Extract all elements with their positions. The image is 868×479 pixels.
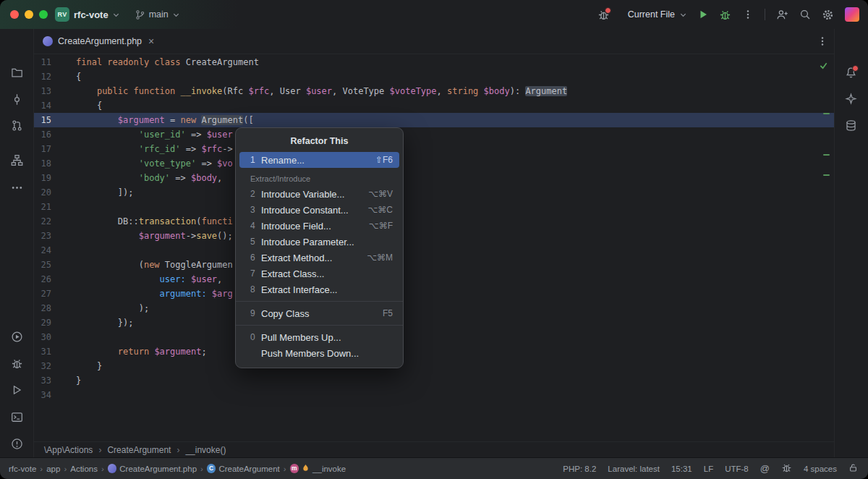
statusbar-path-item[interactable]: rfc-vote [9, 465, 36, 473]
code-line[interactable]: 19 'body' => $body, [34, 171, 834, 185]
menu-item-label: Pull Members Up... [261, 332, 341, 343]
settings-button[interactable] [822, 9, 834, 21]
code-line[interactable]: 22 DB::transaction(functi [34, 214, 834, 229]
minimize-window-button[interactable] [25, 10, 33, 19]
code-text: final readonly class CreateArgument [76, 55, 259, 69]
statusbar-widget-4-spaces[interactable]: 4 spaces [804, 465, 837, 473]
code-line[interactable]: 34 [34, 388, 834, 402]
code-line[interactable]: 29 }); [34, 315, 834, 330]
code-line[interactable]: 31 return $argument; [34, 344, 834, 359]
menu-item-rename[interactable]: 1Rename...⇧F6 [239, 152, 399, 168]
database-tool-button[interactable] [842, 116, 859, 134]
statusbar-widget-15-31[interactable]: 15:31 [671, 465, 692, 473]
menu-item-introduce-variable[interactable]: 2Introduce Variable...⌥⌘V [239, 186, 399, 202]
terminal-tool-button[interactable] [8, 408, 25, 425]
code-line[interactable]: 16 'user_id' => $user [34, 127, 834, 142]
code-line[interactable]: 32 } [34, 359, 834, 373]
project-avatar[interactable]: RV [55, 7, 69, 22]
statusbar-widget-lf[interactable]: LF [704, 465, 713, 473]
code-line[interactable]: 25 (new ToggleArgumen [34, 258, 834, 272]
pull-requests-tool-button[interactable] [8, 116, 25, 134]
close-window-button[interactable] [10, 10, 19, 19]
search-everywhere-button[interactable] [799, 9, 811, 20]
code-line[interactable]: 30 [34, 330, 834, 344]
debug-tool-button[interactable] [8, 355, 25, 372]
menu-item-introduce-constant[interactable]: 3Introduce Constant...⌥⌘C [239, 202, 399, 218]
breadcrumb-item[interactable]: CreateArgument [107, 445, 171, 455]
code-editor[interactable]: 11final readonly class CreateArgument12{… [34, 54, 834, 441]
tab-createargument-php[interactable]: CreateArgument.php × [34, 29, 161, 54]
statusbar-widget[interactable]: @ [760, 463, 770, 474]
menu-item-mnemonic: 3 [250, 205, 261, 215]
vcs-branch-widget[interactable]: main [135, 9, 180, 20]
statusbar-widget[interactable] [781, 462, 792, 475]
menu-item-copy-class[interactable]: 9Copy ClassF5 [239, 305, 399, 321]
statusbar-widget[interactable] [848, 463, 858, 474]
run-configuration-selector[interactable]: Current File [628, 9, 687, 20]
statusbar-widget-php-8-2[interactable]: PHP: 8.2 [563, 465, 596, 473]
code-line[interactable]: 28 ); [34, 301, 834, 315]
run-button[interactable] [698, 9, 708, 20]
structure-tool-button[interactable] [8, 151, 25, 169]
code-line[interactable]: 21 [34, 200, 834, 214]
code-line[interactable]: 13 public function __invoke(Rfc $rfc, Us… [34, 84, 834, 98]
commit-icon [11, 93, 23, 106]
inspections-ok-icon[interactable] [819, 60, 828, 73]
menu-item-extract-class[interactable]: 7Extract Class... [239, 266, 399, 281]
menu-item-introduce-field[interactable]: 4Introduce Field...⌥⌘F [239, 218, 399, 234]
debugger-notification-button[interactable] [597, 9, 610, 21]
zoom-window-button[interactable] [39, 10, 48, 19]
commit-tool-button[interactable] [8, 90, 25, 108]
more-actions-button[interactable] [742, 9, 754, 20]
code-text: $argument = new Argument([ [76, 113, 254, 127]
ai-assistant-tool-button[interactable] [842, 90, 859, 107]
code-line[interactable]: 14 { [34, 98, 834, 113]
menu-item-extract-interface[interactable]: 8Extract Interface... [239, 281, 399, 297]
code-line[interactable]: 27 argument: $arg [34, 287, 834, 301]
code-line[interactable]: 12{ [34, 69, 834, 84]
statusbar-path-item[interactable]: Actions [70, 465, 98, 473]
tab-options-button[interactable] [817, 35, 828, 47]
menu-item-introduce-parameter[interactable]: 5Introduce Parameter... [239, 234, 399, 250]
code-line[interactable]: 11final readonly class CreateArgument [34, 55, 834, 69]
menu-item-pull-members-up[interactable]: 0Pull Members Up... [239, 329, 399, 345]
statusbar-widget-utf-8[interactable]: UTF-8 [725, 465, 749, 473]
menu-item-extract-method[interactable]: 6Extract Method...⌥⌘M [239, 250, 399, 266]
code-line[interactable]: 33} [34, 373, 834, 388]
code-line[interactable]: 24 [34, 243, 834, 258]
code-with-me-button[interactable] [776, 9, 788, 21]
project-tool-button[interactable] [8, 64, 25, 81]
code-line[interactable]: 18 'vote_type' => $vo [34, 156, 834, 171]
vcs-change-stripe-mark [823, 174, 830, 176]
statusbar-path-item[interactable]: app [46, 465, 60, 473]
code-line[interactable]: 23 $argument->save(); [34, 229, 834, 243]
notifications-tool-button[interactable] [842, 64, 859, 81]
phpstorm-logo-icon[interactable] [845, 7, 859, 22]
code-text: (new ToggleArgumen [76, 258, 233, 272]
code-line[interactable]: 20 ]); [34, 185, 834, 200]
play-circle-icon [11, 331, 23, 343]
close-tab-icon[interactable]: × [148, 36, 154, 46]
php-file-icon [43, 36, 53, 46]
menu-item-shortcut: ⌥⌘F [362, 221, 393, 231]
breadcrumb-item[interactable]: \App\Actions [44, 445, 93, 455]
problems-tool-button[interactable] [8, 435, 25, 452]
statusbar-path-item[interactable]: CCreateArgument [207, 464, 280, 473]
run-tool-button[interactable] [8, 381, 25, 399]
breadcrumb-item[interactable]: __invoke() [185, 445, 226, 455]
statusbar-widget-laravel-latest[interactable]: Laravel: latest [608, 465, 660, 473]
notification-badge [605, 7, 611, 14]
project-widget[interactable]: rfc-vote [74, 9, 120, 20]
code-line[interactable]: 26 user: $user, [34, 272, 834, 287]
menu-item-push-members-down[interactable]: Push Members Down... [239, 345, 399, 361]
statusbar-path-item[interactable]: m__invoke [290, 464, 346, 473]
services-tool-button[interactable] [8, 328, 25, 345]
pull-request-icon [11, 119, 23, 132]
code-line[interactable]: 15 $argument = new Argument([ [34, 113, 834, 127]
class-icon: C [207, 464, 216, 473]
code-line[interactable]: 17 'rfc_id' => $rfc-> [34, 142, 834, 156]
debug-button[interactable] [719, 9, 731, 21]
line-number: 19 [34, 171, 76, 185]
statusbar-path-item[interactable]: CreateArgument.php [108, 464, 197, 473]
more-tools-button[interactable] [8, 179, 25, 196]
